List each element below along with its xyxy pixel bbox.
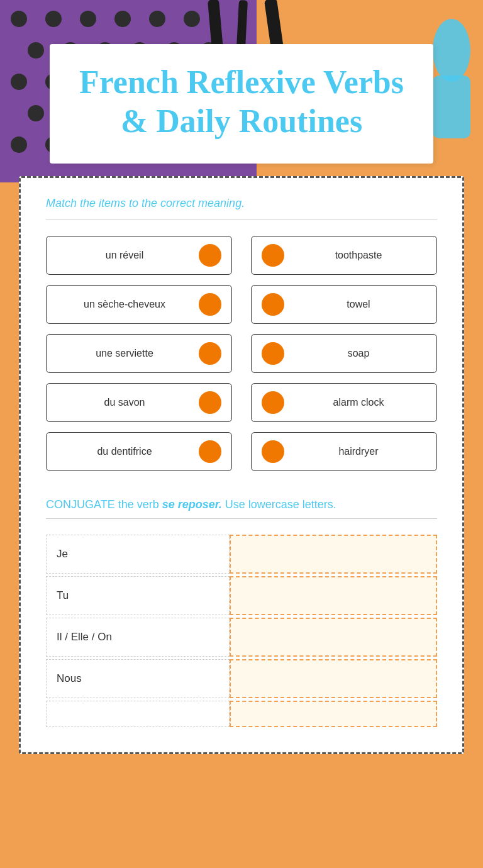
svg-point-0	[11, 11, 27, 27]
match-right-label-2: towel	[291, 299, 426, 310]
conj-input-je[interactable]	[230, 535, 437, 574]
match-left-label-5: du dentifrice	[57, 446, 192, 457]
match-dot-right-4[interactable]	[262, 391, 284, 414]
svg-point-17	[28, 105, 44, 121]
svg-point-12	[11, 74, 27, 90]
match-left-item-2: un sèche-cheveux	[46, 285, 232, 324]
svg-point-4	[149, 11, 165, 27]
match-dot-right-1[interactable]	[262, 244, 284, 267]
match-right-label-1: toothpaste	[291, 250, 426, 261]
match-right-item-3: soap	[251, 334, 437, 373]
svg-point-6	[28, 42, 44, 58]
conj-row-il: Il / Elle / On	[46, 618, 437, 657]
match-heading: Match the items to the correct meaning.	[46, 197, 437, 210]
match-left-item-4: du savon	[46, 383, 232, 422]
svg-point-3	[114, 11, 131, 27]
pronoun-nous: Nous	[46, 659, 230, 698]
title-card: French Reflexive Verbs & Daily Routines	[50, 44, 433, 164]
conj-input-il[interactable]	[230, 618, 437, 657]
conj-row-vous	[46, 701, 437, 727]
page-title: French Reflexive Verbs & Daily Routines	[75, 63, 408, 142]
match-right-label-5: hairdryer	[291, 446, 426, 457]
conj-row-tu: Tu	[46, 576, 437, 615]
match-right-label-3: soap	[291, 348, 426, 359]
conj-input-nous[interactable]	[230, 659, 437, 698]
match-dot-left-1[interactable]	[199, 244, 221, 267]
svg-point-2	[80, 11, 96, 27]
conj-row-je: Je	[46, 535, 437, 574]
conjugate-verb: se reposer.	[162, 498, 222, 511]
match-left-label-1: un réveil	[57, 250, 192, 261]
pronoun-il: Il / Elle / On	[46, 618, 230, 657]
conjugate-heading: CONJUGATE the verb se reposer. Use lower…	[46, 496, 437, 513]
match-right-item-4: alarm clock	[251, 383, 437, 422]
conj-input-vous[interactable]	[230, 701, 437, 727]
conjugate-suffix: Use lowercase letters.	[222, 498, 336, 511]
conj-input-tu[interactable]	[230, 576, 437, 615]
match-right-col: toothpaste towel soap alarm clock hairdr…	[251, 236, 437, 471]
match-divider	[46, 220, 437, 220]
match-dot-left-3[interactable]	[199, 342, 221, 365]
match-left-label-3: une serviette	[57, 348, 192, 359]
match-dot-left-4[interactable]	[199, 391, 221, 414]
match-left-item-1: un réveil	[46, 236, 232, 275]
match-dot-right-3[interactable]	[262, 342, 284, 365]
svg-rect-29	[433, 75, 470, 138]
match-container: un réveil un sèche-cheveux une serviette…	[46, 236, 437, 471]
match-left-label-4: du savon	[57, 397, 192, 408]
match-dot-right-5[interactable]	[262, 440, 284, 463]
svg-point-21	[11, 136, 27, 153]
match-dot-right-2[interactable]	[262, 293, 284, 316]
match-left-item-5: du dentifrice	[46, 432, 232, 471]
conjugate-label-normal: CONJUGATE the verb	[46, 498, 162, 511]
conjugate-divider	[46, 518, 437, 519]
svg-point-28	[433, 19, 470, 82]
match-right-item-1: toothpaste	[251, 236, 437, 275]
match-dot-left-5[interactable]	[199, 440, 221, 463]
pronoun-vous	[46, 701, 230, 727]
match-left-col: un réveil un sèche-cheveux une serviette…	[46, 236, 232, 471]
match-right-item-2: towel	[251, 285, 437, 324]
match-right-item-5: hairdryer	[251, 432, 437, 471]
svg-point-1	[45, 11, 62, 27]
match-dot-left-2[interactable]	[199, 293, 221, 316]
main-content: Match the items to the correct meaning. …	[19, 176, 464, 754]
match-right-label-4: alarm clock	[291, 397, 426, 408]
match-left-label-2: un sèche-cheveux	[57, 299, 192, 310]
conjugation-table: Je Tu Il / Elle / On Nous	[46, 535, 437, 727]
conj-row-nous: Nous	[46, 659, 437, 698]
match-left-item-3: une serviette	[46, 334, 232, 373]
pronoun-tu: Tu	[46, 576, 230, 615]
pronoun-je: Je	[46, 535, 230, 574]
